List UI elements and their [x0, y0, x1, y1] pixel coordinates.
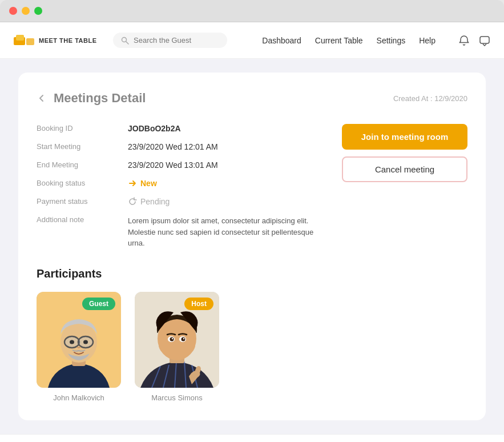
logo[interactable]: MEET THE TABLE: [14, 33, 99, 49]
svg-point-21: [172, 337, 173, 339]
page-title: Meetings Detail: [54, 91, 146, 106]
additional-note-value: Lorem ipsum dolor sit amet, consectetur …: [128, 215, 324, 249]
payment-status-value: Pending: [128, 197, 170, 206]
start-meeting-label: Start Meeting: [37, 142, 128, 151]
svg-point-20: [182, 337, 186, 341]
window-chrome: [0, 0, 504, 22]
participant-card-guest: Guest: [37, 292, 121, 402]
svg-point-22: [183, 337, 184, 339]
booking-status-value: New: [128, 179, 157, 188]
nav-help[interactable]: Help: [419, 36, 436, 45]
svg-rect-5: [480, 37, 489, 43]
booking-id-row: Booking ID JODBoO2b2A: [37, 124, 324, 133]
search-icon: [121, 37, 129, 45]
end-meeting-label: End Meeting: [37, 160, 128, 169]
payment-status-label: Payment status: [37, 197, 128, 206]
refresh-icon: [128, 197, 137, 206]
search-bar: [113, 33, 227, 48]
end-meeting-row: End Meeting 23/9/2020 Wed 13:01 AM: [37, 160, 324, 170]
cancel-meeting-button[interactable]: Cancel meeting: [342, 156, 467, 182]
back-button[interactable]: [37, 93, 47, 103]
host-badge: Host: [184, 298, 213, 310]
card-body: Booking ID JODBoO2b2A Start Meeting 23/9…: [37, 124, 467, 402]
logo-text: MEET THE TABLE: [39, 37, 97, 44]
guest-name: John Malkovich: [53, 393, 104, 402]
card-body-left: Booking ID JODBoO2b2A Start Meeting 23/9…: [37, 124, 324, 402]
navbar: MEET THE TABLE Dashboard Current Table S…: [0, 22, 504, 59]
booking-status-label: Booking status: [37, 179, 128, 187]
participants-title: Participants: [37, 267, 324, 280]
nav-settings[interactable]: Settings: [377, 36, 406, 45]
nav-links: Dashboard Current Table Settings Help: [262, 36, 436, 45]
join-meeting-button[interactable]: Join to meeting room: [342, 124, 467, 150]
start-meeting-value: 23/9/2020 Wed 12:01 AM: [128, 142, 218, 151]
created-at: Created At : 12/9/2020: [393, 94, 467, 103]
start-meeting-row: Start Meeting 23/9/2020 Wed 12:01 AM: [37, 142, 324, 151]
nav-icons: [458, 35, 490, 46]
main-content: Meetings Detail Created At : 12/9/2020 B…: [0, 59, 504, 434]
back-icon: [37, 93, 47, 103]
host-name: Marcus Simons: [151, 393, 203, 402]
additional-note-label: Addtional note: [37, 215, 128, 224]
arrow-right-icon: [128, 179, 137, 188]
bell-icon: [458, 35, 470, 46]
logo-icon: [14, 33, 34, 49]
booking-id-label: Booking ID: [37, 124, 128, 132]
card-header: Meetings Detail Created At : 12/9/2020: [37, 91, 467, 106]
close-btn[interactable]: [9, 7, 17, 15]
card-header-left: Meetings Detail: [37, 91, 146, 106]
participant-photo-guest: Guest: [37, 292, 121, 388]
participant-card-host: Host: [135, 292, 219, 402]
notification-btn[interactable]: [458, 35, 470, 46]
additional-note-row: Addtional note Lorem ipsum dolor sit ame…: [37, 215, 324, 249]
minimize-btn[interactable]: [22, 7, 30, 15]
booking-status-row: Booking status New: [37, 179, 324, 188]
svg-point-13: [83, 340, 88, 344]
nav-dashboard[interactable]: Dashboard: [262, 36, 301, 45]
chat-btn[interactable]: [479, 35, 490, 46]
chat-icon: [479, 35, 490, 46]
svg-line-4: [126, 41, 129, 44]
svg-rect-1: [16, 35, 24, 41]
payment-status-row: Payment status Pending: [37, 197, 324, 206]
detail-card: Meetings Detail Created At : 12/9/2020 B…: [18, 73, 486, 420]
maximize-btn[interactable]: [34, 7, 42, 15]
svg-point-19: [170, 337, 174, 341]
action-buttons: Join to meeting room Cancel meeting: [342, 124, 467, 402]
app-container: MEET THE TABLE Dashboard Current Table S…: [0, 22, 504, 442]
end-meeting-value: 23/9/2020 Wed 13:01 AM: [128, 160, 218, 170]
svg-point-12: [70, 340, 74, 344]
booking-id-value: JODBoO2b2A: [128, 124, 181, 133]
guest-badge: Guest: [82, 298, 115, 310]
nav-current-table[interactable]: Current Table: [315, 36, 363, 45]
footer: About Us Feedback Community Terms of Ser…: [0, 434, 504, 443]
search-input[interactable]: [134, 36, 213, 45]
participants-grid: Guest: [37, 292, 324, 402]
svg-rect-2: [26, 38, 34, 45]
detail-rows: Booking ID JODBoO2b2A Start Meeting 23/9…: [37, 124, 324, 249]
participant-photo-host: Host: [135, 292, 219, 388]
